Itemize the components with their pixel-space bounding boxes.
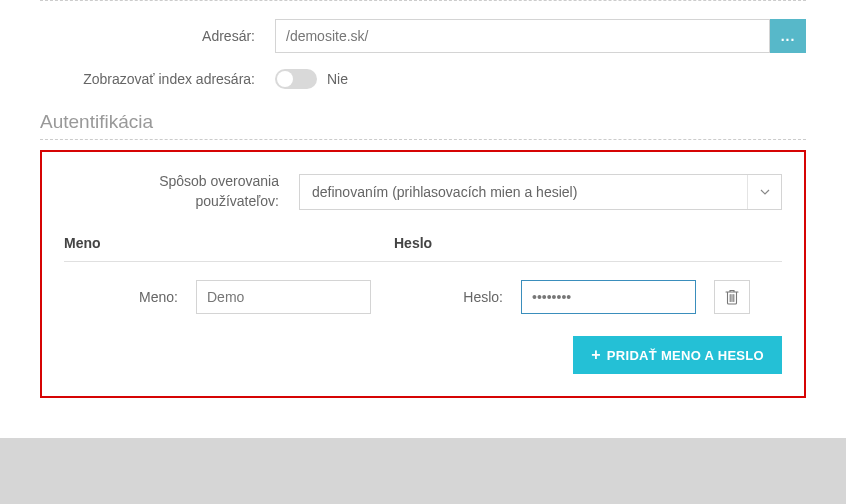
cred-name-label: Meno: (64, 289, 196, 305)
col-header-password: Heslo (394, 235, 782, 251)
delete-row-button[interactable] (714, 280, 750, 314)
add-credential-label: PRIDAŤ MENO A HESLO (607, 348, 764, 363)
divider-auth (40, 139, 806, 140)
directory-label: Adresár: (40, 28, 275, 44)
cred-pass-label: Heslo: (441, 289, 521, 305)
trash-icon (725, 289, 739, 305)
settings-panel: Adresár: ... Zobrazovať index adresára: … (0, 0, 846, 438)
directory-input[interactable] (275, 19, 770, 53)
browse-button[interactable]: ... (770, 19, 806, 53)
index-toggle-value: Nie (327, 71, 348, 87)
auth-method-label-line2: používateľov: (196, 193, 279, 209)
divider-top (40, 0, 806, 19)
index-label: Zobrazovať index adresára: (40, 71, 275, 87)
plus-icon: + (591, 346, 601, 364)
auth-highlight-box: Spôsob overovania používateľov: definova… (40, 150, 806, 398)
auth-method-row: Spôsob overovania používateľov: definova… (64, 172, 782, 211)
directory-row: Adresár: ... (40, 19, 806, 53)
add-row-container: + PRIDAŤ MENO A HESLO (64, 336, 782, 374)
index-toggle[interactable] (275, 69, 317, 89)
auth-method-select[interactable]: definovaním (prihlasovacích mien a hesie… (299, 174, 782, 210)
col-header-name: Meno (64, 235, 394, 251)
chevron-down-icon (747, 175, 781, 209)
auth-method-label: Spôsob overovania používateľov: (64, 172, 299, 211)
index-row: Zobrazovať index adresára: Nie (40, 69, 806, 89)
auth-section-title: Autentifikácia (40, 111, 806, 133)
toggle-knob (277, 71, 293, 87)
cred-pass-input[interactable] (521, 280, 696, 314)
credential-row: Meno: Heslo: (64, 280, 782, 314)
auth-method-label-line1: Spôsob overovania (159, 173, 279, 189)
directory-input-group: ... (275, 19, 806, 53)
cred-name-input[interactable] (196, 280, 371, 314)
credentials-table-header: Meno Heslo (64, 235, 782, 262)
add-credential-button[interactable]: + PRIDAŤ MENO A HESLO (573, 336, 782, 374)
ellipsis-icon: ... (781, 28, 796, 44)
auth-method-value: definovaním (prihlasovacích mien a hesie… (300, 184, 747, 200)
